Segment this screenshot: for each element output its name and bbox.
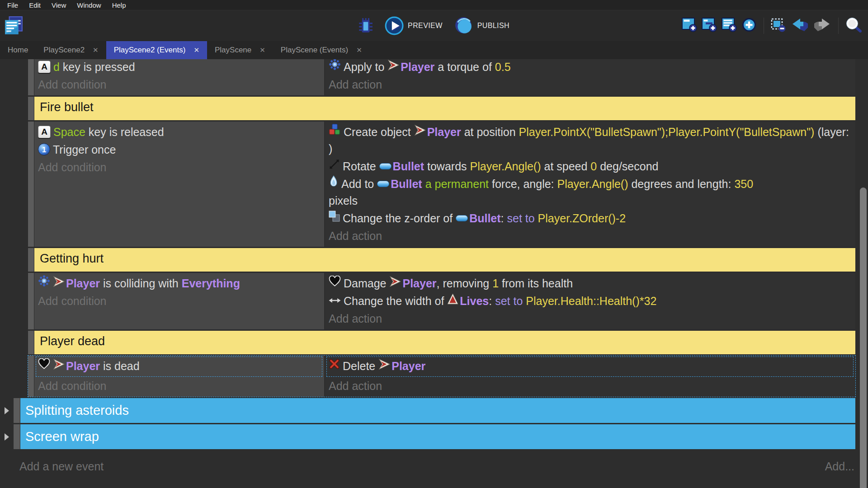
event-row[interactable]: Ad key is pressedAdd conditionApply to P… <box>28 59 855 95</box>
event-row[interactable]: Player is colliding with EverythingAdd c… <box>28 273 855 329</box>
add-event-button[interactable] <box>682 18 697 34</box>
conditions-cell[interactable]: Player is colliding with EverythingAdd c… <box>34 273 324 329</box>
add-condition-link[interactable]: Add condition <box>38 76 320 93</box>
add-action-link[interactable]: Add action <box>329 76 851 93</box>
comment-text[interactable]: Fire bullet <box>34 97 855 120</box>
bullet-icon <box>377 181 389 187</box>
tab-close-icon[interactable]: ✕ <box>193 46 199 54</box>
menu-item-window[interactable]: Window <box>71 1 106 9</box>
text-segment: at speed <box>541 160 591 173</box>
add-action-link[interactable]: Add action <box>329 378 851 394</box>
redo-icon <box>813 18 831 34</box>
actions-cell[interactable]: Create object Player at position Player.… <box>325 122 855 247</box>
event-drag-handle[interactable] <box>28 122 34 247</box>
add-new-event-link[interactable]: Add a new event <box>19 460 104 473</box>
undo-button[interactable] <box>791 18 809 34</box>
condition-item[interactable]: Ad key is pressed <box>38 59 320 75</box>
menu-item-view[interactable]: View <box>46 1 71 9</box>
action-item[interactable]: Rotate Bullet towards Player.Angle() at … <box>329 158 851 175</box>
group-row[interactable]: Screen wrap <box>14 424 855 449</box>
vertical-scrollbar[interactable] <box>860 188 867 488</box>
text-segment: key is released <box>85 126 164 138</box>
event-row[interactable]: Player is deadAdd conditionDelete Player… <box>28 356 855 397</box>
comment-text[interactable]: Getting hurt <box>34 248 855 272</box>
tab-playscene2[interactable]: PlayScene2✕ <box>36 41 106 59</box>
actions-cell[interactable]: Damage Player, removing 1 from its healt… <box>325 273 855 329</box>
add-condition-link[interactable]: Add condition <box>38 293 320 310</box>
comment-text[interactable]: Player dead <box>34 331 855 354</box>
event-drag-handle[interactable] <box>28 97 34 120</box>
tab-home[interactable]: Home <box>0 41 36 59</box>
conditions-cell[interactable]: ASpace key is released1Trigger onceAdd c… <box>34 122 324 247</box>
add-new-icon <box>741 18 757 34</box>
project-manager-button[interactable] <box>4 16 24 35</box>
add-subevent-button[interactable] <box>702 18 717 34</box>
add-condition-link[interactable]: Add condition <box>38 378 320 394</box>
conditions-cell[interactable]: Player is deadAdd condition <box>34 356 324 397</box>
actions-cell[interactable]: Apply to Player a torque of 0.5Add actio… <box>325 59 855 95</box>
tab-close-icon[interactable]: ✕ <box>93 46 99 54</box>
publish-button[interactable]: PUBLISH <box>454 16 509 35</box>
add-action-link[interactable]: Add action <box>329 228 851 244</box>
physics-icon <box>38 275 50 291</box>
condition-item[interactable]: 1Trigger once <box>38 141 320 158</box>
collapse-arrow-icon[interactable] <box>5 433 9 441</box>
player-icon <box>53 275 65 291</box>
tab-playscene[interactable]: PlayScene✕ <box>207 41 273 59</box>
player-icon <box>389 275 401 291</box>
action-item[interactable]: Delete Player <box>329 358 851 375</box>
bullet-icon <box>379 163 392 169</box>
text-segment: 350 <box>734 178 753 190</box>
actions-cell[interactable]: Delete PlayerAdd action <box>325 356 855 397</box>
delete-selection-button[interactable] <box>771 18 786 34</box>
search-button[interactable] <box>845 17 862 34</box>
tab-playscene2-events-[interactable]: PlayScene2 (Events)✕ <box>106 41 207 59</box>
event-drag-handle[interactable] <box>14 424 20 449</box>
delete-selection-icon <box>771 18 786 34</box>
condition-item[interactable]: Player is dead <box>38 358 320 375</box>
collapse-arrow-icon[interactable] <box>5 407 9 414</box>
comment-row: Fire bullet <box>28 97 855 120</box>
redo-button[interactable] <box>813 18 831 34</box>
action-item[interactable]: Damage Player, removing 1 from its healt… <box>329 275 851 292</box>
action-item[interactable]: Apply to Player a torque of 0.5 <box>329 59 851 75</box>
add-action-link[interactable]: Add action <box>329 310 851 327</box>
action-item[interactable]: Change the width of Lives: set to Player… <box>329 293 851 310</box>
text-segment: at position <box>461 126 519 138</box>
action-item[interactable]: Add to Bullet a permanent force, angle: … <box>329 176 851 209</box>
selected-conditions-box: Player is dead <box>36 357 322 377</box>
text-segment: Player <box>402 277 436 290</box>
group-row[interactable]: Splitting asteroids <box>14 398 855 423</box>
toolbar-center-group: PREVIEW PUBLISH <box>359 16 509 35</box>
event-drag-handle[interactable] <box>14 398 20 423</box>
debugger-button[interactable] <box>359 18 373 34</box>
event-row[interactable]: ASpace key is released1Trigger onceAdd c… <box>28 122 855 247</box>
menu-item-edit[interactable]: Edit <box>24 1 46 9</box>
event-drag-handle[interactable] <box>28 59 34 95</box>
condition-item[interactable]: ASpace key is released <box>38 124 320 141</box>
add-condition-link[interactable]: Add condition <box>38 159 320 176</box>
tab-playscene-events-[interactable]: PlayScene (Events)✕ <box>273 41 370 59</box>
event-drag-handle[interactable] <box>28 248 34 272</box>
event-drag-handle[interactable] <box>28 331 34 354</box>
add-subevent-icon <box>702 18 717 34</box>
menu-item-file[interactable]: File <box>2 1 24 9</box>
add-comment-button[interactable] <box>722 18 737 34</box>
tab-close-icon[interactable]: ✕ <box>259 46 265 54</box>
action-item[interactable]: Create object Player at position Player.… <box>329 124 851 157</box>
tab-bar: HomePlayScene2✕PlayScene2 (Events)✕PlayS… <box>0 41 868 59</box>
add-more-link[interactable]: Add... <box>825 460 854 473</box>
text-segment: a permanent <box>422 178 492 190</box>
event-drag-handle[interactable] <box>28 273 34 329</box>
text-segment: Change the width of <box>344 295 447 307</box>
add-new-button[interactable] <box>741 18 757 34</box>
text-segment: Trigger once <box>53 143 116 156</box>
condition-item[interactable]: Player is colliding with Everything <box>38 275 320 292</box>
conditions-cell[interactable]: Ad key is pressedAdd condition <box>34 59 324 95</box>
event-drag-handle[interactable] <box>28 356 34 397</box>
heart-icon <box>329 275 341 291</box>
action-item[interactable]: Change the z-order of Bullet: set to Pla… <box>329 210 851 227</box>
tab-close-icon[interactable]: ✕ <box>356 46 362 54</box>
preview-button[interactable]: PREVIEW <box>385 16 443 35</box>
menu-item-help[interactable]: Help <box>107 1 132 9</box>
